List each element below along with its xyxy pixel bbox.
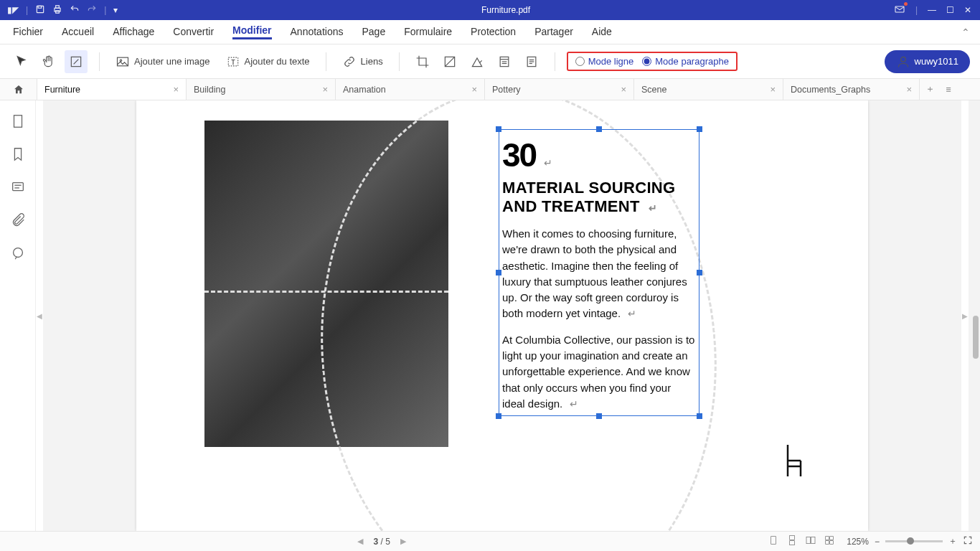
home-tab-icon[interactable] [0, 79, 37, 100]
qat-divider: | [26, 5, 28, 15]
tab-furniture[interactable]: Furniture × [37, 79, 187, 100]
print-icon[interactable] [52, 4, 62, 17]
tab-close-icon[interactable]: × [322, 84, 328, 95]
bookmarks-icon[interactable] [10, 146, 26, 162]
thumbnail-grid-icon[interactable] [822, 533, 837, 550]
resize-handle[interactable] [496, 270, 501, 276]
left-panel-rail [0, 100, 36, 531]
add-tab-icon[interactable]: ＋ [920, 79, 940, 100]
zoom-out-icon[interactable]: − [875, 537, 880, 547]
user-account-button[interactable]: wuwy1011 [885, 50, 970, 73]
menu-protection[interactable]: Protection [471, 26, 516, 39]
tab-close-icon[interactable]: × [621, 84, 626, 95]
vertical-scrollbar[interactable] [969, 100, 980, 531]
links-button[interactable]: Liens [338, 52, 387, 72]
watermark-icon[interactable] [438, 50, 461, 73]
page-number-text[interactable]: 30 [502, 136, 536, 174]
menu-partager[interactable]: Partager [534, 26, 573, 39]
resize-handle[interactable] [697, 126, 702, 132]
tab-building[interactable]: Building × [187, 79, 336, 100]
menu-convertir[interactable]: Convertir [173, 26, 214, 39]
search-or-chat-icon[interactable] [10, 245, 26, 261]
tab-label: Scene [641, 85, 666, 95]
fullscreen-icon[interactable] [963, 535, 973, 547]
redo-icon[interactable] [87, 4, 97, 17]
tab-close-icon[interactable]: × [906, 84, 912, 95]
body-paragraph[interactable]: When it comes to choosing furniture, we'… [502, 226, 696, 322]
resize-handle[interactable] [596, 126, 602, 132]
close-icon[interactable]: ✕ [964, 5, 971, 15]
mode-line-radio[interactable]: Mode ligne [575, 56, 634, 67]
attachments-icon[interactable] [10, 212, 26, 228]
zoom-slider-thumb[interactable] [907, 537, 914, 545]
expand-right-panel-icon[interactable]: ▶ [961, 100, 969, 531]
svg-rect-25 [771, 537, 776, 545]
continuous-view-icon[interactable] [785, 533, 799, 550]
bates-number-icon[interactable] [520, 50, 543, 73]
add-text-button[interactable]: Ajouter du texte [222, 52, 314, 72]
mail-icon[interactable] [894, 4, 905, 17]
page-navigator: ◀ 3 / 5 ▶ [357, 537, 405, 547]
document-tab-strip: Furniture × Building × Anamation × Potte… [0, 79, 980, 100]
thumbnails-icon[interactable] [10, 113, 26, 129]
selected-text-frame[interactable]: 30 ↵ MATERIAL SOURCING AND TREATMENT ↵ W… [499, 129, 699, 416]
comments-icon[interactable] [10, 179, 26, 195]
minimize-icon[interactable]: — [928, 5, 936, 15]
crop-icon[interactable] [411, 50, 434, 73]
body-paragraph[interactable]: At Columbia Collective, our passion is t… [502, 332, 696, 412]
tab-close-icon[interactable]: × [471, 84, 477, 95]
svg-rect-30 [826, 537, 829, 540]
mode-paragraph-radio[interactable]: Mode paragraphe [642, 56, 729, 67]
resize-handle[interactable] [697, 270, 702, 276]
tab-documents-graphs[interactable]: Documents_Graphs × [783, 79, 920, 100]
resize-handle[interactable] [496, 126, 501, 132]
menu-page[interactable]: Page [362, 26, 385, 39]
collapse-ribbon-icon[interactable]: ⌃ [961, 27, 970, 38]
edit-tool-icon[interactable] [65, 50, 88, 73]
menu-aide[interactable]: Aide [592, 26, 612, 39]
tab-label: Anamation [343, 85, 386, 95]
tab-close-icon[interactable]: × [770, 84, 776, 95]
resize-handle[interactable] [697, 413, 702, 419]
save-icon[interactable] [35, 4, 45, 17]
qat-divider: | [104, 5, 106, 15]
menu-accueil[interactable]: Accueil [62, 26, 94, 39]
tab-overflow-icon[interactable]: ≡ [940, 79, 957, 100]
heading-text[interactable]: MATERIAL SOURCING AND TREATMENT ↵ [502, 179, 696, 216]
prev-page-icon[interactable]: ◀ [357, 537, 363, 546]
background-icon[interactable] [466, 50, 489, 73]
svg-rect-26 [790, 535, 795, 540]
svg-rect-33 [830, 541, 834, 545]
single-page-view-icon[interactable] [766, 533, 781, 550]
tab-scene[interactable]: Scene × [634, 79, 783, 100]
maximize-icon[interactable]: ☐ [946, 5, 954, 15]
two-page-view-icon[interactable] [804, 533, 818, 550]
menu-annotations[interactable]: Annotations [291, 26, 344, 39]
tab-pottery[interactable]: Pottery × [485, 79, 634, 100]
hand-tool-icon[interactable] [37, 50, 60, 73]
leather-image[interactable] [204, 121, 448, 447]
menu-modifier[interactable]: Modifier [232, 24, 271, 39]
select-tool-icon[interactable] [10, 50, 33, 73]
resize-handle[interactable] [596, 413, 602, 419]
undo-icon[interactable] [70, 4, 80, 17]
qat-dropdown-icon[interactable]: ▾ [113, 5, 118, 15]
mode-paragraph-label: Mode paragraphe [655, 56, 729, 67]
tab-close-icon[interactable]: × [173, 84, 179, 95]
header-footer-icon[interactable] [493, 50, 516, 73]
add-image-button[interactable]: Ajouter une image [111, 52, 215, 72]
menu-affichage[interactable]: Affichage [113, 26, 154, 39]
svg-rect-1 [38, 6, 42, 8]
zoom-slider[interactable] [885, 540, 943, 542]
zoom-value[interactable]: 125% [847, 537, 869, 547]
next-page-icon[interactable]: ▶ [400, 537, 406, 546]
menu-fichier[interactable]: Fichier [13, 26, 43, 39]
tab-anamation[interactable]: Anamation × [336, 79, 485, 100]
document-canvas[interactable]: 30 ↵ MATERIAL SOURCING AND TREATMENT ↵ W… [43, 100, 961, 531]
title-bar: ▮◤ | | ▾ Furniture.pdf | — ☐ ✕ [0, 0, 980, 20]
menu-formulaire[interactable]: Formulaire [404, 26, 452, 39]
scrollbar-thumb[interactable] [973, 316, 979, 359]
zoom-in-icon[interactable]: ＋ [948, 535, 957, 547]
expand-left-panel-icon[interactable]: ◀ [36, 100, 43, 531]
resize-handle[interactable] [496, 413, 501, 419]
